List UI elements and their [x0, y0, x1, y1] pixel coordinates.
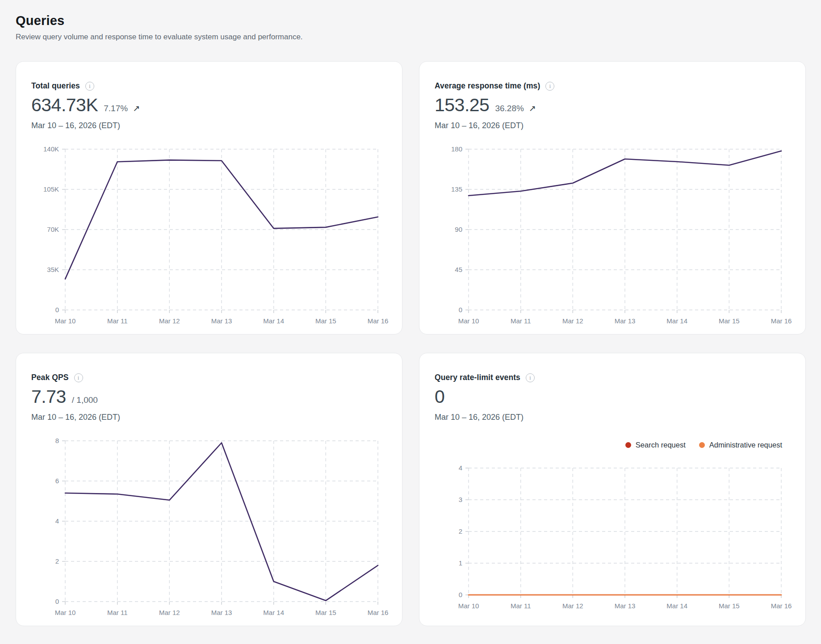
- metrics-grid: Total queries i 634.73K 7.17% ↗ Mar 10 –…: [16, 61, 805, 626]
- svg-text:0: 0: [55, 306, 59, 314]
- svg-text:Mar 13: Mar 13: [211, 317, 232, 325]
- svg-text:Mar 12: Mar 12: [562, 602, 583, 610]
- svg-text:Mar 11: Mar 11: [107, 609, 128, 616]
- trend-up-icon: ↗: [529, 103, 536, 113]
- card-query-rate-limit-events: Query rate-limit events i 0 Mar 10 – 16,…: [419, 353, 806, 626]
- info-icon[interactable]: i: [526, 373, 535, 382]
- svg-text:Mar 10: Mar 10: [458, 602, 479, 610]
- svg-text:Mar 15: Mar 15: [315, 609, 336, 616]
- metric-value: 153.25: [435, 95, 489, 116]
- legend-label-administrative-request: Administrative request: [709, 441, 782, 449]
- date-range: Mar 10 – 16, 2026 (EDT): [31, 413, 389, 422]
- svg-text:Mar 14: Mar 14: [666, 602, 687, 610]
- metric-value: 634.73K: [31, 95, 98, 116]
- svg-text:180: 180: [451, 145, 462, 153]
- peak-qps-chart[interactable]: 86420Mar 10Mar 11Mar 12Mar 13Mar 14Mar 1…: [31, 433, 389, 616]
- svg-text:4: 4: [459, 464, 462, 472]
- query-rate-limit-events-chart[interactable]: 43210Mar 10Mar 11Mar 12Mar 13Mar 14Mar 1…: [435, 460, 792, 610]
- legend-dot-search-request: [625, 442, 631, 448]
- metric-delta: 7.17%: [104, 104, 128, 113]
- svg-text:Mar 15: Mar 15: [315, 317, 336, 325]
- card-title: Query rate-limit events: [435, 373, 520, 382]
- date-range: Mar 10 – 16, 2026 (EDT): [435, 121, 792, 130]
- svg-text:0: 0: [459, 306, 462, 314]
- svg-text:Mar 11: Mar 11: [107, 317, 128, 325]
- card-title: Peak QPS: [31, 373, 69, 382]
- card-title: Total queries: [31, 81, 80, 91]
- svg-text:90: 90: [455, 226, 462, 233]
- card-total-queries: Total queries i 634.73K 7.17% ↗ Mar 10 –…: [16, 61, 402, 335]
- average-response-time-chart[interactable]: 18013590450Mar 10Mar 11Mar 12Mar 13Mar 1…: [435, 141, 792, 324]
- info-icon[interactable]: i: [74, 373, 83, 382]
- metric-row: 0: [435, 386, 792, 407]
- svg-text:8: 8: [55, 437, 59, 444]
- card-average-response-time: Average response time (ms) i 153.25 36.2…: [419, 61, 806, 335]
- svg-text:Mar 16: Mar 16: [771, 317, 792, 325]
- svg-text:Mar 16: Mar 16: [368, 317, 389, 325]
- trend-up-icon: ↗: [133, 103, 140, 113]
- svg-text:0: 0: [55, 598, 59, 605]
- svg-text:Mar 14: Mar 14: [666, 317, 687, 325]
- svg-text:Mar 10: Mar 10: [55, 609, 76, 616]
- svg-text:140K: 140K: [43, 145, 59, 153]
- svg-text:2: 2: [55, 557, 59, 565]
- svg-text:Mar 13: Mar 13: [615, 602, 636, 610]
- svg-text:Mar 12: Mar 12: [159, 609, 180, 616]
- svg-text:Mar 15: Mar 15: [719, 602, 740, 610]
- queries-page: Queries Review query volume and response…: [0, 0, 821, 635]
- card-header: Query rate-limit events i: [435, 373, 792, 382]
- total-queries-chart[interactable]: 140K105K70K35K0Mar 10Mar 11Mar 12Mar 13M…: [31, 141, 389, 324]
- info-icon[interactable]: i: [85, 82, 94, 91]
- legend-item-search-request: Search request: [625, 441, 686, 449]
- card-title: Average response time (ms): [435, 81, 540, 91]
- page-subtitle: Review query volume and response time to…: [16, 33, 805, 42]
- metric-suffix: / 1,000: [72, 395, 98, 405]
- svg-text:Mar 13: Mar 13: [211, 609, 232, 616]
- svg-text:Mar 16: Mar 16: [368, 609, 389, 616]
- metric-delta: 36.28%: [495, 104, 524, 113]
- svg-text:6: 6: [55, 477, 59, 485]
- card-header: Peak QPS i: [31, 373, 389, 382]
- svg-text:Mar 10: Mar 10: [55, 317, 76, 325]
- legend-dot-administrative-request: [699, 442, 705, 448]
- date-range: Mar 10 – 16, 2026 (EDT): [31, 121, 389, 130]
- svg-text:135: 135: [451, 185, 462, 193]
- svg-text:Mar 10: Mar 10: [458, 317, 479, 325]
- svg-text:70K: 70K: [47, 226, 59, 233]
- svg-text:0: 0: [459, 591, 462, 598]
- metric-row: 634.73K 7.17% ↗: [31, 95, 389, 116]
- metric-value: 7.73: [31, 386, 66, 407]
- svg-text:Mar 14: Mar 14: [263, 609, 284, 616]
- info-icon[interactable]: i: [545, 82, 554, 91]
- card-peak-qps: Peak QPS i 7.73 / 1,000 Mar 10 – 16, 202…: [16, 353, 402, 626]
- svg-text:1: 1: [459, 559, 462, 567]
- metric-row: 153.25 36.28% ↗: [435, 95, 792, 116]
- svg-text:Mar 16: Mar 16: [771, 602, 792, 610]
- svg-text:Mar 13: Mar 13: [615, 317, 636, 325]
- metric-value: 0: [435, 386, 444, 407]
- svg-text:Mar 14: Mar 14: [263, 317, 284, 325]
- svg-text:4: 4: [55, 517, 59, 525]
- svg-text:105K: 105K: [43, 185, 59, 193]
- svg-text:Mar 12: Mar 12: [562, 317, 583, 325]
- svg-text:45: 45: [455, 266, 462, 273]
- card-header: Average response time (ms) i: [435, 81, 792, 91]
- svg-text:Mar 12: Mar 12: [159, 317, 180, 325]
- legend-item-administrative-request: Administrative request: [699, 441, 782, 449]
- date-range: Mar 10 – 16, 2026 (EDT): [435, 413, 792, 422]
- page-title: Queries: [16, 13, 805, 28]
- legend-label-search-request: Search request: [636, 441, 686, 449]
- svg-text:Mar 15: Mar 15: [719, 317, 740, 325]
- metric-row: 7.73 / 1,000: [31, 386, 389, 407]
- svg-text:Mar 11: Mar 11: [511, 602, 531, 610]
- svg-text:Mar 11: Mar 11: [511, 317, 531, 325]
- card-header: Total queries i: [31, 81, 389, 91]
- svg-text:2: 2: [459, 527, 462, 535]
- svg-text:3: 3: [459, 496, 462, 503]
- chart-legend: Search request Administrative request: [435, 441, 782, 449]
- svg-text:35K: 35K: [47, 266, 59, 273]
